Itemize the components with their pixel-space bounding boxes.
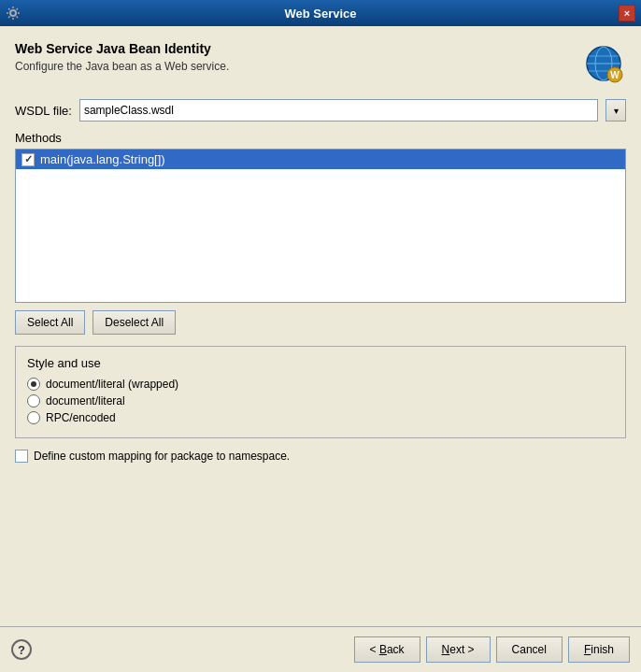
wsdl-dropdown-button[interactable]: ▾ [605, 99, 626, 122]
close-button[interactable]: × [619, 5, 635, 21]
help-button[interactable]: ? [11, 639, 32, 660]
style-and-use-label: Style and use [27, 356, 614, 370]
title-bar-left [6, 6, 21, 21]
back-underline: B [379, 643, 387, 656]
deselect-all-button[interactable]: Deselect All [93, 310, 176, 335]
app-icon [6, 6, 21, 21]
method-label: main(java.lang.String[]) [40, 152, 165, 166]
methods-list[interactable]: ✓ main(java.lang.String[]) [15, 149, 626, 303]
finish-underline: F [584, 643, 591, 656]
svg-point-0 [10, 10, 16, 16]
page-title: Web Service Java Bean Identity [15, 41, 229, 56]
select-all-button[interactable]: Select All [15, 310, 85, 335]
method-item[interactable]: ✓ main(java.lang.String[]) [16, 150, 625, 169]
radio-label-1: document/literal (wrapped) [46, 378, 178, 391]
dialog-content: Web Service Java Bean Identity Configure… [0, 26, 641, 672]
methods-section-label: Methods [15, 131, 626, 145]
radio-document-literal[interactable]: document/literal [27, 394, 614, 407]
radio-label-2: document/literal [46, 394, 125, 407]
style-and-use-section: Style and use document/literal (wrapped)… [15, 346, 626, 438]
cancel-button[interactable]: Cancel [496, 636, 563, 663]
radio-label-3: RPC/encoded [46, 411, 116, 424]
custom-mapping-checkbox[interactable] [15, 450, 28, 463]
next-button[interactable]: Next > [426, 636, 491, 663]
wsdl-label: WSDL file: [15, 104, 72, 118]
wsdl-file-row: WSDL file: ▾ [15, 99, 626, 122]
custom-mapping-label: Define custom mapping for package to nam… [34, 450, 290, 463]
back-button[interactable]: < Back [354, 636, 420, 663]
header-text: Web Service Java Bean Identity Configure… [15, 41, 229, 73]
title-bar-title: Web Service [0, 7, 641, 21]
footer: ? < Back Next > Cancel Finish [0, 626, 641, 672]
finish-button[interactable]: Finish [568, 636, 630, 663]
radio-button-2[interactable] [27, 394, 40, 407]
custom-mapping-row[interactable]: Define custom mapping for package to nam… [15, 450, 626, 463]
header-section: Web Service Java Bean Identity Configure… [15, 41, 626, 86]
svg-text:W: W [610, 70, 620, 80]
methods-button-row: Select All Deselect All [15, 310, 626, 335]
radio-rpc-encoded[interactable]: RPC/encoded [27, 411, 614, 424]
next-underline: N [442, 643, 450, 656]
checkmark-icon: ✓ [24, 153, 33, 165]
wsdl-input[interactable] [79, 99, 598, 122]
radio-button-3[interactable] [27, 411, 40, 424]
method-checkbox[interactable]: ✓ [21, 153, 35, 166]
page-subtitle: Configure the Java bean as a Web service… [15, 60, 229, 73]
radio-button-1[interactable] [27, 378, 40, 391]
web-service-icon: W [581, 41, 626, 86]
footer-buttons: < Back Next > Cancel Finish [354, 636, 630, 663]
radio-document-literal-wrapped[interactable]: document/literal (wrapped) [27, 378, 614, 391]
title-bar: Web Service × [0, 0, 641, 26]
